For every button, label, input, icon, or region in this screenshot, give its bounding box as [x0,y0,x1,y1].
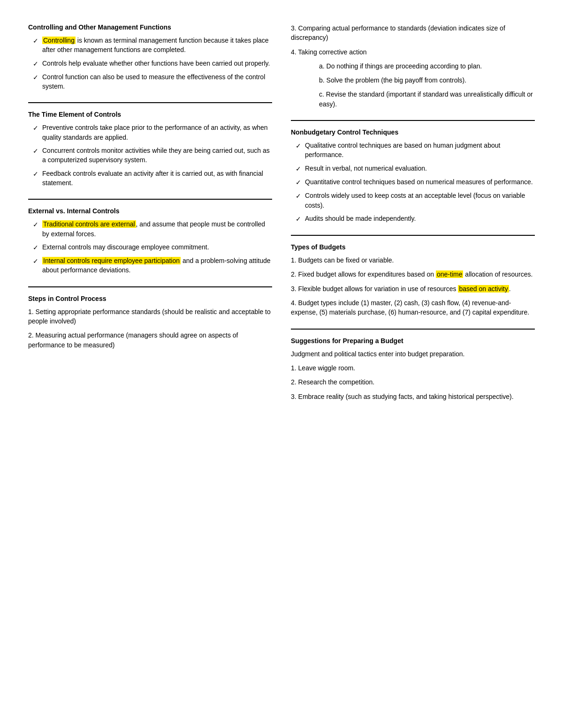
highlight-one-time: one-time [436,270,463,278]
divider [28,199,272,200]
steps-item-1: 1. Setting appropriate performance stand… [28,307,272,326]
sub-item-b: b. Solve the problem (the big payoff fro… [319,75,535,85]
list-item-text: Audits should be made independently. [305,214,535,223]
section-controlling: Controlling and Other Management Functio… [28,23,272,91]
checkmark-icon: ✓ [296,164,301,173]
checkmark-icon: ✓ [33,123,38,133]
list-item-text: Controls help evaluate whether other fun… [42,59,272,68]
list-item: ✓ Controls help evaluate whether other f… [33,59,272,68]
budget-item-1: 1. Budgets can be fixed or variable. [291,255,535,265]
section-time-element-list: ✓ Preventive controls take place prior t… [28,123,272,188]
highlight-based-on-activity: based on activity [458,285,509,293]
checkmark-icon: ✓ [296,191,301,201]
list-item-text: Controls widely used to keep costs at an… [305,191,535,210]
list-item-text: Qualitative control techniques are based… [305,141,535,160]
list-item: ✓ Control function can also be used to m… [33,72,272,91]
section-external-internal: External vs. Internal Controls ✓ Traditi… [28,207,272,275]
section-controlling-list: ✓ Controlling is known as terminal manag… [28,36,272,91]
steps-item-4: 4. Taking corrective action [291,47,535,57]
divider [291,235,535,236]
section-budgets: Types of Budgets 1. Budgets can be fixed… [291,243,535,317]
suggestion-item-2: 2. Research the competition. [291,377,535,387]
divider [291,120,535,121]
right-column: 3. Comparing actual performance to stand… [291,23,535,413]
section-external-internal-title: External vs. Internal Controls [28,207,272,215]
section-steps-continued: 3. Comparing actual performance to stand… [291,23,535,109]
list-item: ✓ Qualitative control techniques are bas… [296,141,535,160]
suggestion-item-3: 3. Embrace reality (such as studying fac… [291,392,535,401]
list-item-text: Feedback controls evaluate an activity a… [42,169,272,188]
steps-item-3: 3. Comparing actual performance to stand… [291,23,535,43]
list-item-text: External controls may discourage employe… [42,242,272,252]
list-item-text: Control function can also be used to mea… [42,72,272,91]
budget-item-number: 4. [291,299,297,307]
divider [28,102,272,103]
page: Controlling and Other Management Functio… [0,0,563,728]
section-time-element: The Time Element of Controls ✓ Preventiv… [28,111,272,188]
section-steps-control: Steps in Control Process 1. Setting appr… [28,295,272,350]
highlight-internal: Internal controls require employee parti… [42,257,181,264]
checkmark-icon: ✓ [33,36,38,45]
list-item-text: Quantitative control techniques based on… [305,177,535,187]
list-item: ✓ Quantitative control techniques based … [296,177,535,187]
sub-item-c: c. Revise the standard (important if sta… [319,90,535,109]
section-steps-control-title: Steps in Control Process [28,295,272,302]
list-item: ✓ Concurrent controls monitor activities… [33,146,272,165]
list-item-text: Controlling is known as terminal managem… [42,36,272,55]
list-item-text: Internal controls require employee parti… [42,256,272,275]
list-item: ✓ Audits should be made independently. [296,214,535,224]
checkmark-icon: ✓ [33,256,38,266]
highlight-controlling: Controlling [42,37,76,44]
checkmark-icon: ✓ [33,169,38,179]
list-item-text: Concurrent controls monitor activities w… [42,146,272,165]
list-item: ✓ Controls widely used to keep costs at … [296,191,535,210]
budget-item-2: 2. Fixed budget allows for expenditures … [291,270,535,279]
budget-item-number: 1. [291,256,297,264]
list-item: ✓ Preventive controls take place prior t… [33,123,272,142]
list-item: ✓ Controlling is known as terminal manag… [33,36,272,55]
list-item: ✓ External controls may discourage emplo… [33,242,272,252]
budget-suggestions-intro: Judgment and political tactics enter int… [291,349,535,359]
checkmark-icon: ✓ [33,59,38,68]
section-budget-suggestions-title: Suggestions for Preparing a Budget [291,337,535,345]
section-nonbudgetary: Nonbudgetary Control Techniques ✓ Qualit… [291,128,535,224]
budget-item-3: 3. Flexible budget allows for variation … [291,284,535,293]
divider [28,286,272,287]
sub-item-a: a. Do nothing if things are proceeding a… [319,61,535,71]
section-nonbudgetary-title: Nonbudgetary Control Techniques [291,128,535,136]
steps-item-2: 2. Measuring actual performance (manager… [28,330,272,350]
budgets-list: 1. Budgets can be fixed or variable. 2. … [291,255,535,317]
section-nonbudgetary-list: ✓ Qualitative control techniques are bas… [291,141,535,224]
list-item-text: Traditional controls are external, and a… [42,219,272,239]
list-item: ✓ Result in verbal, not numerical evalua… [296,164,535,173]
section-time-element-title: The Time Element of Controls [28,111,272,118]
checkmark-icon: ✓ [33,73,38,82]
section-budget-suggestions: Suggestions for Preparing a Budget Judgm… [291,337,535,401]
checkmark-icon: ✓ [33,220,38,229]
checkmark-icon: ✓ [33,146,38,156]
section-budgets-title: Types of Budgets [291,243,535,251]
budget-item-number: 2. [291,270,297,278]
checkmark-icon: ✓ [296,214,301,224]
section-external-internal-list: ✓ Traditional controls are external, and… [28,219,272,275]
section-controlling-title: Controlling and Other Management Functio… [28,23,272,31]
budget-item-number: 3. [291,285,297,293]
budget-item-4: 4. Budget types include (1) master, (2) … [291,298,535,317]
divider [291,329,535,330]
list-item: ✓ Feedback controls evaluate an activity… [33,169,272,188]
suggestion-item-1: 1. Leave wiggle room. [291,363,535,373]
checkmark-icon: ✓ [296,141,301,150]
list-item: ✓ Internal controls require employee par… [33,256,272,275]
checkmark-icon: ✓ [296,178,301,187]
list-item-text: Preventive controls take place prior to … [42,123,272,142]
highlight-traditional: Traditional controls are external [42,220,136,228]
left-column: Controlling and Other Management Functio… [28,23,272,413]
list-item-text: Result in verbal, not numerical evaluati… [305,164,535,173]
checkmark-icon: ✓ [33,243,38,252]
list-item: ✓ Traditional controls are external, and… [33,219,272,239]
